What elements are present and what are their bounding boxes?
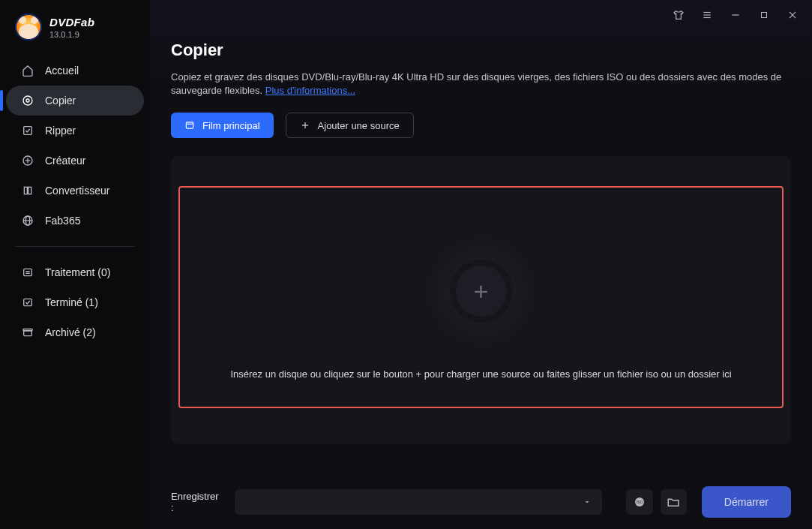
dropzone-plus-button[interactable]: + <box>450 260 513 323</box>
add-source-label: Ajouter une source <box>318 120 400 131</box>
sidebar-item-fab365[interactable]: Fab365 <box>6 206 144 236</box>
close-icon[interactable] <box>787 9 799 21</box>
app-name: DVDFab <box>49 16 94 29</box>
footer-bar: Enregistrer : ISO Démarrer <box>150 475 812 529</box>
sidebar-item-label: Accueil <box>45 65 79 77</box>
iso-icon: ISO <box>633 495 646 509</box>
sidebar-item-label: Fab365 <box>45 215 80 227</box>
chevron-down-icon <box>583 497 592 506</box>
minimize-icon[interactable] <box>730 9 742 21</box>
menu-icon[interactable] <box>701 9 713 21</box>
svg-rect-6 <box>24 187 27 194</box>
maximize-icon[interactable] <box>758 9 770 21</box>
iso-button[interactable]: ISO <box>626 489 652 515</box>
dropzone-container: + Insérez un disque ou cliquez sur le bo… <box>171 156 791 444</box>
svg-text:ISO: ISO <box>636 500 643 504</box>
sidebar-item-createur[interactable]: Créateur <box>6 146 144 176</box>
start-button[interactable]: Démarrer <box>702 486 791 518</box>
processing-icon <box>21 266 34 279</box>
save-label: Enregistrer : <box>171 491 223 513</box>
sidebar-item-termine[interactable]: Terminé (1) <box>6 287 144 317</box>
archive-icon <box>21 326 34 339</box>
sidebar-item-label: Copier <box>45 95 76 107</box>
page-description: Copiez et gravez des disques DVD/Blu-ray… <box>171 71 791 98</box>
svg-rect-24 <box>186 122 193 128</box>
svg-point-0 <box>23 96 32 105</box>
sidebar-item-copier[interactable]: Copier <box>6 86 144 116</box>
page-description-text: Copiez et gravez des disques DVD/Blu-ray… <box>171 71 781 96</box>
sidebar-item-label: Archivé (2) <box>45 326 96 338</box>
more-info-link[interactable]: Plus d'informations... <box>265 85 355 96</box>
app-logo-block: DVDFab 13.0.1.9 <box>6 14 144 56</box>
dropzone[interactable]: + Insérez un disque ou cliquez sur le bo… <box>178 186 784 408</box>
folder-button[interactable] <box>661 489 687 515</box>
sidebar-item-traitement[interactable]: Traitement (0) <box>6 257 144 287</box>
film-principal-button[interactable]: Film principal <box>171 113 274 138</box>
svg-point-1 <box>26 99 29 102</box>
rip-icon <box>21 124 34 137</box>
svg-rect-11 <box>24 269 32 275</box>
svg-rect-14 <box>24 299 32 305</box>
app-version: 13.0.1.9 <box>49 30 94 39</box>
convert-icon <box>21 184 34 197</box>
app-logo-icon <box>15 14 42 41</box>
globe-icon <box>21 214 34 227</box>
sidebar-item-label: Terminé (1) <box>45 296 98 308</box>
svg-rect-21 <box>762 13 767 18</box>
page-title: Copier <box>171 41 791 60</box>
film-principal-label: Film principal <box>202 120 260 131</box>
sidebar-item-label: Ripper <box>45 125 76 137</box>
plus-icon <box>300 120 310 131</box>
home-icon <box>21 64 34 77</box>
sidebar-item-label: Convertisseur <box>45 185 109 197</box>
shirt-icon[interactable] <box>673 9 685 21</box>
sidebar-item-label: Créateur <box>45 155 85 167</box>
sidebar-divider <box>15 246 135 247</box>
titlebar <box>150 0 812 30</box>
dropzone-text: Insérez un disque ou cliquez sur le bout… <box>204 368 758 380</box>
sidebar-item-label: Traitement (0) <box>45 266 110 278</box>
svg-rect-2 <box>24 127 32 135</box>
svg-rect-7 <box>28 187 31 194</box>
sidebar: DVDFab 13.0.1.9 Accueil Copier Ripper Cr… <box>0 0 150 529</box>
dropzone-plus-ring: + <box>424 233 539 349</box>
sidebar-item-ripper[interactable]: Ripper <box>6 116 144 146</box>
sidebar-item-convertisseur[interactable]: Convertisseur <box>6 176 144 206</box>
folder-icon <box>667 495 680 509</box>
disc-icon <box>21 94 34 107</box>
add-source-button[interactable]: Ajouter une source <box>286 113 414 138</box>
creator-icon <box>21 154 34 167</box>
sidebar-item-archive[interactable]: Archivé (2) <box>6 317 144 347</box>
film-icon <box>184 120 195 131</box>
save-destination-select[interactable] <box>235 489 602 515</box>
main-area: Copier Copiez et gravez des disques DVD/… <box>150 0 812 529</box>
done-icon <box>21 296 34 309</box>
sidebar-item-accueil[interactable]: Accueil <box>6 56 144 86</box>
